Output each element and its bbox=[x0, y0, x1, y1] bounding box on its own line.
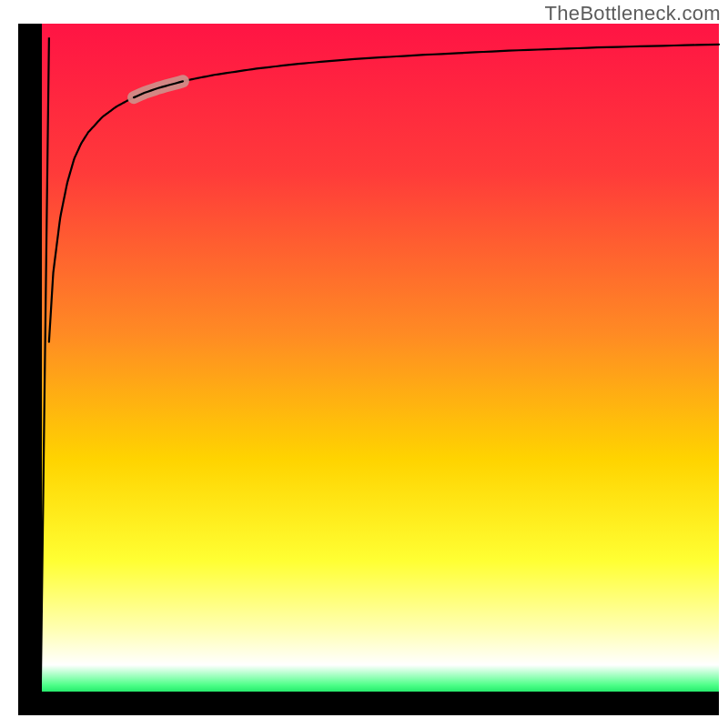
x-axis-bar bbox=[18, 692, 719, 715]
y-axis-bar bbox=[18, 24, 42, 715]
gradient-field bbox=[38, 24, 719, 695]
chart-stage: TheBottleneck.com bbox=[0, 0, 728, 728]
chart-svg bbox=[0, 0, 728, 728]
